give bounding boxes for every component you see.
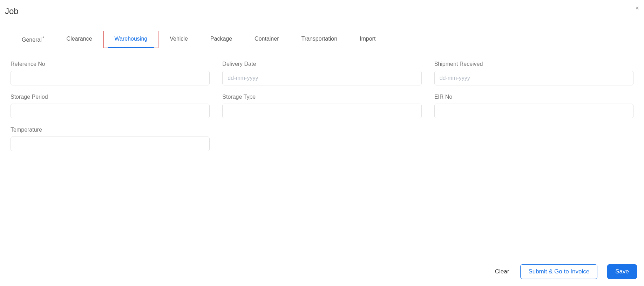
- tab-label: Clearance: [67, 36, 92, 42]
- field-temperature: Temperature: [11, 127, 210, 151]
- save-button[interactable]: Save: [607, 264, 637, 279]
- required-asterisk: *: [42, 36, 44, 41]
- tab-label: Vehicle: [170, 36, 188, 42]
- eir-no-input[interactable]: [434, 104, 633, 118]
- tab-transportation[interactable]: Transportation: [290, 31, 348, 48]
- tab-vehicle[interactable]: Vehicle: [158, 31, 199, 48]
- field-label: EIR No: [434, 94, 633, 100]
- tab-label: Package: [210, 36, 232, 42]
- shipment-received-input[interactable]: [434, 71, 633, 85]
- warehousing-form: Reference No Delivery Date Shipment Rece…: [5, 48, 639, 151]
- storage-period-input[interactable]: [11, 104, 210, 118]
- field-storage-type: Storage Type: [222, 94, 421, 118]
- field-label: Temperature: [11, 127, 210, 133]
- field-storage-period: Storage Period: [11, 94, 210, 118]
- temperature-input[interactable]: [11, 137, 210, 151]
- field-label: Reference No: [11, 61, 210, 67]
- field-label: Shipment Received: [434, 61, 633, 67]
- field-shipment-received: Shipment Received: [434, 61, 633, 85]
- tab-label: Container: [255, 36, 279, 42]
- form-row: Temperature: [11, 127, 633, 151]
- tab-clearance[interactable]: Clearance: [55, 31, 103, 48]
- tabs-container: General* Clearance Warehousing Vehicle P…: [11, 31, 633, 48]
- tabs: General* Clearance Warehousing Vehicle P…: [11, 31, 633, 48]
- tab-import[interactable]: Import: [348, 31, 387, 48]
- close-icon[interactable]: ×: [634, 4, 640, 13]
- tab-label: General: [22, 37, 42, 43]
- tab-general[interactable]: General*: [11, 31, 55, 48]
- tab-container[interactable]: Container: [243, 31, 290, 48]
- form-row: Reference No Delivery Date Shipment Rece…: [11, 61, 633, 85]
- field-eir-no: EIR No: [434, 94, 633, 118]
- storage-type-input[interactable]: [222, 104, 421, 118]
- tab-label: Import: [360, 36, 375, 42]
- tab-package[interactable]: Package: [199, 31, 243, 48]
- page-title: Job: [5, 6, 19, 16]
- field-label: Storage Type: [222, 94, 421, 100]
- reference-no-input[interactable]: [11, 71, 210, 85]
- dialog-header: Job: [5, 5, 639, 16]
- submit-go-to-invoice-button[interactable]: Submit & Go to Invoice: [520, 264, 597, 279]
- field-label: Delivery Date: [222, 61, 421, 67]
- form-row: Storage Period Storage Type EIR No: [11, 94, 633, 118]
- field-reference-no: Reference No: [11, 61, 210, 85]
- job-dialog: Job × General* Clearance Warehousing Veh…: [0, 0, 644, 286]
- dialog-footer: Clear Submit & Go to Invoice Save: [494, 264, 637, 279]
- tab-warehousing[interactable]: Warehousing: [103, 31, 159, 48]
- delivery-date-input[interactable]: [222, 71, 421, 85]
- clear-button[interactable]: Clear: [494, 265, 511, 279]
- field-delivery-date: Delivery Date: [222, 61, 421, 85]
- tab-label: Warehousing: [115, 36, 148, 42]
- tab-label: Transportation: [301, 36, 337, 42]
- field-label: Storage Period: [11, 94, 210, 100]
